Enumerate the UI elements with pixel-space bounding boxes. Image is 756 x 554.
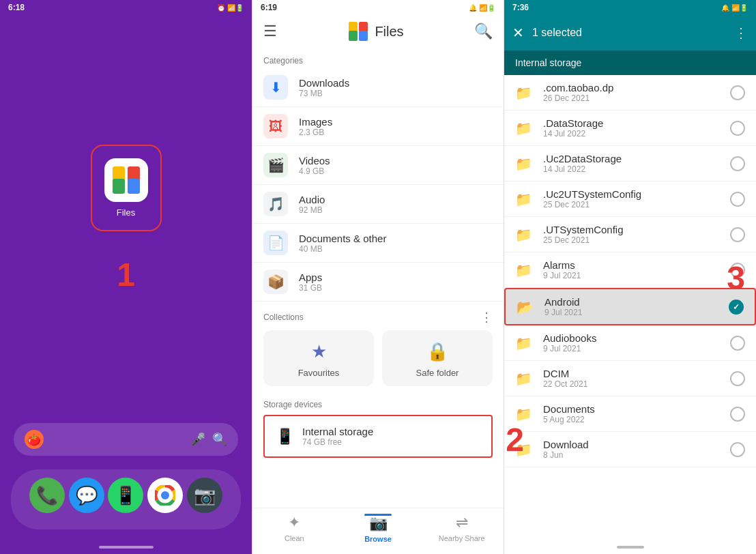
nav-clean[interactable]: ✦ Clean bbox=[252, 514, 336, 543]
favourites-card[interactable]: ★ Favourites bbox=[263, 330, 374, 386]
dock-whatsapp[interactable]: 📱 bbox=[108, 478, 143, 513]
audio-size: 92 MB bbox=[299, 205, 493, 215]
categories-label: Categories bbox=[252, 48, 504, 68]
folder-details-uc2datastorage: .Uc2DataStorage 14 Jul 2022 bbox=[543, 153, 719, 174]
dock: 📞 💬 📱 📷 bbox=[11, 469, 241, 529]
folder-documents[interactable]: 📁 Documents 5 Aug 2022 bbox=[504, 396, 756, 432]
folder-download[interactable]: 📁 Download 8 Jun bbox=[504, 432, 756, 467]
folder-radio-uc2datastorage[interactable] bbox=[730, 156, 745, 171]
folder-icon-uc2utsystemconfig: 📁 bbox=[515, 191, 532, 207]
dock-camera[interactable]: 📷 bbox=[187, 478, 222, 513]
folder-radio-taobao[interactable] bbox=[730, 85, 745, 100]
audio-name: Audio bbox=[299, 194, 493, 205]
folder-name-download: Download bbox=[543, 439, 719, 450]
downloads-name: Downloads bbox=[299, 77, 493, 89]
selected-count: 1 selected bbox=[532, 27, 726, 39]
time-2: 6:19 bbox=[261, 3, 277, 12]
nav-browse[interactable]: 📷 Browse bbox=[336, 514, 420, 543]
svg-rect-10 bbox=[359, 31, 368, 41]
storage-section: Storage devices 📱 Internal storage 74 GB… bbox=[252, 394, 504, 463]
safe-folder-card[interactable]: 🔒 Safe folder bbox=[382, 330, 493, 386]
images-icon: 🖼 bbox=[263, 114, 288, 138]
close-button[interactable]: ✕ bbox=[512, 25, 524, 41]
more-options-icon[interactable]: ⋮ bbox=[734, 25, 748, 41]
folder-radio-audiobooks[interactable] bbox=[730, 336, 745, 351]
time-3: 7:36 bbox=[512, 3, 529, 12]
storage-info: Internal storage 74 GB free bbox=[302, 426, 373, 447]
status-2-icons: 🔔 📶🔋 bbox=[469, 4, 495, 12]
dock-phone[interactable]: 📞 bbox=[29, 478, 65, 513]
files-app-icon[interactable] bbox=[104, 158, 148, 202]
svg-rect-3 bbox=[128, 179, 140, 194]
internal-storage-card[interactable]: 📱 Internal storage 74 GB free bbox=[263, 415, 493, 458]
folder-android[interactable]: 📂 Android 9 Jul 2021 bbox=[504, 288, 756, 325]
favourites-icon: ★ bbox=[311, 341, 327, 362]
category-apps[interactable]: 📦 Apps 31 GB bbox=[252, 263, 504, 302]
folder-date-download: 8 Jun bbox=[543, 450, 719, 460]
clean-icon: ✦ bbox=[288, 514, 300, 531]
bottom-nav-2: ✦ Clean 📷 Browse ⇌ Nearby Share bbox=[252, 508, 504, 554]
mic-icon[interactable]: 🎤 bbox=[190, 432, 205, 447]
category-downloads[interactable]: ⬇ Downloads 73 MB bbox=[252, 68, 504, 107]
audio-info: Audio 92 MB bbox=[299, 194, 493, 215]
folder-icon-documents: 📁 bbox=[515, 406, 532, 422]
folder-name-datastorage: .DataStorage bbox=[543, 117, 719, 129]
folder-datastorage[interactable]: 📁 .DataStorage 14 Jul 2022 bbox=[504, 111, 756, 146]
safe-folder-label: Safe folder bbox=[416, 368, 459, 378]
folder-details-datastorage: .DataStorage 14 Jul 2022 bbox=[543, 117, 719, 138]
documents-icon: 📄 bbox=[263, 231, 288, 255]
search-button[interactable]: 🔍 bbox=[474, 23, 493, 40]
safe-folder-icon: 🔒 bbox=[426, 341, 448, 362]
category-images[interactable]: 🖼 Images 2.3 GB bbox=[252, 107, 504, 146]
status-bar-3: 7:36 🔔 📶🔋 bbox=[504, 0, 756, 15]
dock-chrome[interactable] bbox=[147, 478, 183, 513]
folder-radio-uc2utsystemconfig[interactable] bbox=[730, 192, 745, 207]
folder-details-taobao: .com.taobao.dp 26 Dec 2021 bbox=[543, 82, 719, 103]
folder-alarms[interactable]: 📁 Alarms 9 Jul 2021 bbox=[504, 252, 756, 288]
folder-name-utsystemconfig: .UTSystemConfig bbox=[543, 224, 719, 235]
folder-name-uc2utsystemconfig: .Uc2UTSystemConfig bbox=[543, 188, 719, 200]
screen3: 7:36 🔔 📶🔋 ✕ 1 selected ⋮ Internal storag… bbox=[504, 0, 756, 554]
category-audio[interactable]: 🎵 Audio 92 MB bbox=[252, 185, 504, 224]
clean-label: Clean bbox=[285, 534, 304, 542]
folder-radio-dcim[interactable] bbox=[730, 371, 745, 386]
storage-free: 74 GB free bbox=[302, 437, 373, 447]
svg-rect-2 bbox=[113, 179, 125, 194]
folder-icon-dcim: 📁 bbox=[515, 370, 532, 387]
files-app-wrapper[interactable]: Files bbox=[91, 145, 162, 231]
folder-utsystemconfig[interactable]: 📁 .UTSystemConfig 25 Dec 2021 bbox=[504, 217, 756, 252]
hamburger-menu-button[interactable]: ☰ bbox=[263, 23, 277, 40]
category-documents[interactable]: 📄 Documents & other 40 MB bbox=[252, 224, 504, 263]
folder-radio-download[interactable] bbox=[730, 442, 745, 457]
folder-uc2utsystemconfig[interactable]: 📁 .Uc2UTSystemConfig 25 Dec 2021 bbox=[504, 181, 756, 217]
folder-radio-documents[interactable] bbox=[730, 407, 745, 422]
folder-uc2datastorage[interactable]: 📁 .Uc2DataStorage 14 Jul 2022 bbox=[504, 146, 756, 181]
folder-details-download: Download 8 Jun bbox=[543, 439, 719, 460]
lens-icon[interactable]: 🔍 bbox=[212, 432, 227, 447]
folder-name-audiobooks: Audiobooks bbox=[543, 332, 719, 344]
nav-nearby-share[interactable]: ⇌ Nearby Share bbox=[420, 514, 504, 543]
folder-radio-datastorage[interactable] bbox=[730, 121, 745, 136]
videos-icon: 🎬 bbox=[263, 153, 288, 177]
storage-device-icon: 📱 bbox=[276, 428, 294, 446]
app-label: Files bbox=[117, 207, 135, 218]
collections-more-icon[interactable]: ⋮ bbox=[480, 310, 493, 325]
folder-radio-utsystemconfig[interactable] bbox=[730, 227, 745, 242]
dock-chat[interactable]: 💬 bbox=[69, 478, 104, 513]
folder-details-alarms: Alarms 9 Jul 2021 bbox=[543, 259, 719, 280]
time-1: 6:18 bbox=[8, 3, 25, 12]
folder-details-uc2utsystemconfig: .Uc2UTSystemConfig 25 Dec 2021 bbox=[543, 188, 719, 209]
folder-date-documents: 5 Aug 2022 bbox=[543, 415, 719, 424]
svg-point-6 bbox=[162, 492, 169, 499]
folder-audiobooks[interactable]: 📁 Audiobooks 9 Jul 2021 bbox=[504, 325, 756, 361]
documents-info: Documents & other 40 MB bbox=[299, 233, 493, 254]
search-bar[interactable]: 🍅 🎤 🔍 bbox=[14, 423, 238, 456]
category-videos[interactable]: 🎬 Videos 4.9 GB bbox=[252, 146, 504, 185]
collections-grid: ★ Favourites 🔒 Safe folder bbox=[252, 330, 504, 394]
folder-taobao[interactable]: 📁 .com.taobao.dp 26 Dec 2021 bbox=[504, 75, 756, 111]
svg-rect-8 bbox=[359, 22, 368, 32]
browse-icon: 📷 bbox=[369, 514, 388, 532]
folder-dcim[interactable]: 📁 DCIM 22 Oct 2021 bbox=[504, 361, 756, 396]
folder-radio-android[interactable] bbox=[729, 300, 744, 315]
folder-details-dcim: DCIM 22 Oct 2021 bbox=[543, 368, 719, 389]
